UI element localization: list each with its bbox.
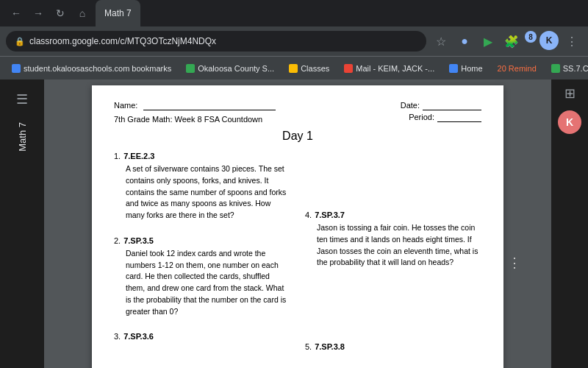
lock-icon: 🔒	[15, 37, 25, 46]
grid-icon[interactable]: ⊞	[564, 85, 576, 102]
date-label: Date:	[401, 101, 420, 110]
sidebar-title: Math 7	[17, 119, 28, 155]
period-label: Period:	[409, 113, 434, 121]
page-content: ☰ Math 7 Name: 7th Grade Math: Week 8 FS…	[0, 79, 588, 368]
bookmarks-bar: student.okaloosaschools.com bookmarks Ok…	[0, 56, 588, 79]
refresh-button[interactable]: ↻	[50, 3, 71, 24]
subtitle-text: 7th Grade Math: Week 8 FSA Countdown	[114, 115, 262, 124]
star-icon[interactable]: ☆	[431, 31, 451, 52]
q1-text: A set of silverware contains 30 pieces. …	[126, 163, 290, 222]
date-period-section: Date: Period:	[401, 100, 481, 124]
q3-code: 7.SP.3.6	[123, 332, 154, 341]
back-button[interactable]: ←	[6, 3, 26, 24]
q5-code: 7.SP.3.8	[315, 342, 345, 351]
q1-number: 1.	[114, 152, 121, 160]
google-one-icon[interactable]: ●	[454, 31, 475, 52]
question-5: 5. 7.SP.3.8	[305, 342, 481, 351]
day-title: Day 1	[114, 130, 481, 143]
bookmark-mail[interactable]: Mail - KEIM, JACK -...	[338, 63, 440, 74]
bookmark-okaloosa[interactable]: student.okaloosaschools.com bookmarks	[6, 63, 177, 74]
period-field	[437, 112, 481, 122]
google-meet-icon[interactable]: ▶	[478, 31, 498, 52]
bookmark-favicon	[12, 64, 21, 73]
bookmark-favicon-3	[289, 64, 298, 73]
bookmark-favicon-5	[449, 64, 458, 73]
right-sidebar: ⊞ K	[551, 79, 588, 368]
forward-button[interactable]: →	[28, 3, 49, 24]
q2-text: Daniel took 12 index cards and wrote the…	[126, 248, 290, 318]
bookmark-favicon-6	[551, 64, 560, 73]
profile-avatar[interactable]: K	[539, 31, 559, 50]
url-text: classroom.google.com/c/MTQ3OTczNjM4NDQx	[29, 36, 216, 46]
left-column: 1. 7.EE.2.3 A set of silverware contains…	[114, 152, 290, 363]
q5-number: 5.	[305, 342, 312, 351]
active-tab[interactable]: Math 7	[96, 0, 140, 26]
q4-code: 7.SP.3.7	[315, 210, 345, 219]
user-avatar[interactable]: K	[558, 110, 581, 134]
q3-header: 3. 7.SP.3.6	[114, 332, 290, 341]
q2-number: 2.	[114, 236, 121, 245]
question-4: 4. 7.SP.3.7 Jason is tossing a fair coin…	[305, 210, 481, 269]
q2-header: 2. 7.SP.3.5	[114, 236, 290, 245]
bookmark-remind[interactable]: 20 Remind	[492, 63, 542, 74]
q3-number: 3.	[114, 332, 121, 341]
address-bar[interactable]: 🔒 classroom.google.com/c/MTQ3OTczNjM4NDQ…	[6, 31, 426, 52]
question-2: 2. 7.SP.3.5 Daniel took 12 index cards a…	[114, 236, 290, 318]
date-field	[423, 100, 481, 110]
bookmark-ss[interactable]: SS.7.C.3.5 VOCAB,...	[545, 63, 588, 74]
bookmark-classes[interactable]: Classes	[283, 63, 335, 74]
toolbar: 🔒 classroom.google.com/c/MTQ3OTczNjM4NDQ…	[0, 26, 588, 56]
q5-header: 5. 7.SP.3.8	[305, 342, 481, 351]
right-column: 4. 7.SP.3.7 Jason is tossing a fair coin…	[305, 152, 481, 363]
extensions-badge: 8	[525, 31, 537, 43]
questions-container: 1. 7.EE.2.3 A set of silverware contains…	[114, 152, 481, 363]
name-section: Name: 7th Grade Math: Week 8 FSA Countdo…	[114, 100, 276, 124]
q1-code: 7.EE.2.3	[123, 152, 154, 160]
name-label: Name:	[114, 101, 137, 110]
nav-buttons: ← → ↻ ⌂	[6, 3, 93, 24]
question-1: 1. 7.EE.2.3 A set of silverware contains…	[114, 152, 290, 222]
q4-header: 4. 7.SP.3.7	[305, 210, 481, 219]
worksheet-document: Name: 7th Grade Math: Week 8 FSA Countdo…	[92, 85, 503, 368]
document-area: Name: 7th Grade Math: Week 8 FSA Countdo…	[44, 79, 551, 368]
tab-bar: ← → ↻ ⌂ Math 7	[0, 0, 588, 26]
bookmark-favicon-4	[344, 64, 353, 73]
sidebar-menu-button[interactable]: ☰	[10, 85, 34, 113]
q1-header: 1. 7.EE.2.3	[114, 152, 290, 160]
name-field	[143, 100, 276, 110]
toolbar-icons: ☆ ● ▶ 🧩 8 K ⋮	[431, 31, 582, 52]
bookmark-county[interactable]: Okaloosa County S...	[180, 63, 280, 74]
menu-icon[interactable]: ⋮	[562, 31, 582, 52]
q4-number: 4.	[305, 210, 312, 219]
bookmark-favicon-2	[186, 64, 195, 73]
document-context-menu-button[interactable]: ⋮	[508, 255, 521, 271]
home-button[interactable]: ⌂	[72, 3, 93, 24]
bookmark-home[interactable]: Home	[443, 63, 488, 74]
doc-header: Name: 7th Grade Math: Week 8 FSA Countdo…	[114, 100, 481, 124]
left-sidebar: ☰ Math 7	[0, 79, 44, 368]
question-3: 3. 7.SP.3.6	[114, 332, 290, 341]
q2-code: 7.SP.3.5	[123, 236, 154, 245]
tab-title: Math 7	[104, 8, 132, 18]
q4-text: Jason is tossing a fair coin. He tosses …	[317, 222, 481, 269]
extensions-icon[interactable]: 🧩	[501, 31, 522, 52]
browser-chrome: ← → ↻ ⌂ Math 7 🔒 classroom.google.com/c/…	[0, 0, 588, 79]
